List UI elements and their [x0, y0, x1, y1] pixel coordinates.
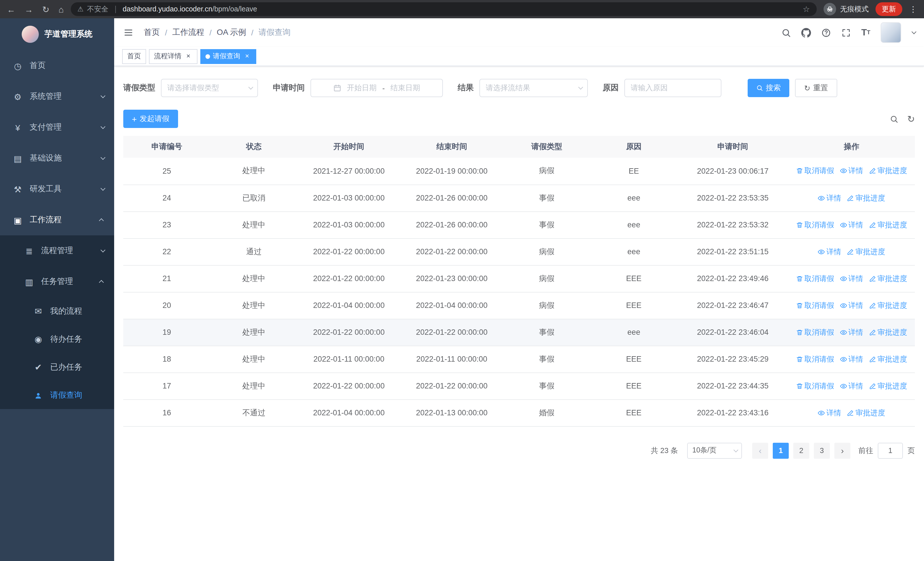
approval-progress-link[interactable]: 审批进度: [869, 354, 907, 364]
tag-process-detail[interactable]: 流程详情 ×: [149, 49, 198, 64]
approval-progress-link[interactable]: 审批进度: [869, 327, 907, 337]
reason-input[interactable]: 请输入原因: [624, 79, 722, 97]
sidebar-item-system-management[interactable]: ⚙ 系统管理: [0, 81, 114, 112]
address-bar[interactable]: ⚠ 不安全 dashboard.yudao.iocoder.cn/bpm/oa/…: [70, 2, 817, 16]
tag-home[interactable]: 首页: [122, 49, 146, 64]
tag-leave-query[interactable]: 请假查询 ×: [200, 49, 256, 64]
approval-progress-link[interactable]: 审批进度: [869, 220, 907, 230]
page-button-3[interactable]: 3: [814, 442, 830, 459]
page-button-2[interactable]: 2: [793, 442, 809, 459]
cancel-leave-link[interactable]: 取消请假: [796, 327, 834, 337]
close-icon[interactable]: ×: [243, 52, 251, 60]
page-size-select[interactable]: 10条/页: [687, 442, 742, 459]
detail-link[interactable]: 详情: [840, 327, 863, 337]
approval-progress-link[interactable]: 审批进度: [869, 381, 907, 391]
browser-menu-icon[interactable]: ⋮: [909, 5, 917, 14]
sidebar-item-done-tasks[interactable]: ✔ 已办任务: [0, 353, 114, 381]
sidebar-item-my-process[interactable]: ✉ 我的流程: [0, 297, 114, 325]
detail-link[interactable]: 详情: [818, 408, 841, 418]
edit-icon: [869, 221, 876, 228]
search-button[interactable]: 搜索: [748, 79, 789, 97]
close-icon[interactable]: ×: [184, 52, 192, 60]
approval-progress-link[interactable]: 审批进度: [847, 193, 885, 203]
filter-form: 请假类型 请选择请假类型 申请时间 开始日期 - 结束日期 结果: [123, 79, 915, 97]
home-icon[interactable]: ⌂: [58, 5, 64, 14]
next-page-button[interactable]: ›: [834, 442, 850, 459]
cancel-leave-link[interactable]: 取消请假: [796, 381, 834, 391]
chevron-down-icon: [578, 85, 583, 90]
col-apply-time: 申请时间: [678, 136, 788, 158]
cell-end-time: 2022-01-11 00:00:00: [400, 346, 503, 373]
detail-link[interactable]: 详情: [818, 193, 841, 203]
page-button-1[interactable]: 1: [773, 442, 789, 459]
detail-link[interactable]: 详情: [840, 381, 863, 391]
detail-link[interactable]: 详情: [840, 220, 863, 230]
approval-progress-link[interactable]: 审批进度: [847, 247, 885, 257]
hamburger-icon[interactable]: [123, 27, 134, 38]
cell-apply-time: 2022-01-22 23:44:35: [678, 373, 788, 399]
breadcrumb-oa-example[interactable]: OA 示例: [217, 27, 246, 38]
forward-icon[interactable]: →: [24, 5, 33, 14]
bookmark-star-icon[interactable]: ☆: [803, 5, 810, 14]
app-logo[interactable]: 芋道管理系统: [0, 18, 114, 50]
detail-link[interactable]: 详情: [818, 247, 841, 257]
cancel-leave-link[interactable]: 取消请假: [796, 273, 834, 284]
cell-leave-type: 事假: [503, 373, 590, 399]
button-label: 搜索: [766, 83, 781, 93]
sidebar-item-home[interactable]: ◷ 首页: [0, 50, 114, 81]
search-icon[interactable]: [782, 28, 791, 38]
cancel-leave-link[interactable]: 取消请假: [796, 220, 834, 230]
sidebar-item-leave-query[interactable]: 请假查询: [0, 381, 114, 409]
cancel-leave-link[interactable]: 取消请假: [796, 354, 834, 364]
approval-progress-link[interactable]: 审批进度: [869, 273, 907, 284]
sidebar-item-label: 研发工具: [30, 184, 62, 194]
goto-page-input[interactable]: 1: [878, 442, 903, 459]
update-button[interactable]: 更新: [876, 2, 902, 16]
sidebar-item-task-management[interactable]: ▥ 任务管理: [0, 266, 114, 297]
sidebar-item-dev-tools[interactable]: ⚒ 研发工具: [0, 174, 114, 205]
result-select[interactable]: 请选择流结果: [479, 79, 588, 97]
cell-start-time: 2022-01-11 00:00:00: [297, 346, 400, 373]
breadcrumb-workflow[interactable]: 工作流程: [172, 27, 204, 38]
leave-type-select[interactable]: 请选择请假类型: [161, 79, 258, 97]
cell-status: 处理中: [210, 265, 297, 292]
create-leave-button[interactable]: + 发起请假: [123, 110, 178, 128]
leave-table: 申请编号 状态 开始时间 结束时间 请假类型 原因 申请时间 操作 25处理中2…: [123, 136, 915, 426]
fullscreen-icon[interactable]: [841, 28, 851, 38]
user-avatar[interactable]: [880, 22, 901, 43]
sidebar-item-todo-tasks[interactable]: ◉ 待办任务: [0, 325, 114, 353]
breadcrumb-home[interactable]: 首页: [144, 27, 160, 38]
detail-link[interactable]: 详情: [840, 166, 863, 176]
github-icon[interactable]: [801, 28, 811, 38]
apply-time-range-picker[interactable]: 开始日期 - 结束日期: [310, 79, 443, 97]
avatar-caret-icon[interactable]: [912, 29, 916, 34]
cell-actions: 取消请假详情审批进度: [788, 211, 915, 238]
refresh-table-icon[interactable]: ↻: [907, 113, 915, 124]
chevron-down-icon: [734, 447, 738, 452]
detail-link[interactable]: 详情: [840, 273, 863, 284]
detail-link[interactable]: 详情: [840, 300, 863, 310]
detail-link[interactable]: 详情: [840, 354, 863, 364]
cell-status: 处理中: [210, 211, 297, 238]
reset-button[interactable]: ↻ 重置: [795, 79, 837, 97]
back-icon[interactable]: ←: [7, 5, 15, 14]
cancel-leave-link[interactable]: 取消请假: [796, 300, 834, 310]
incognito-label: 无痕模式: [840, 4, 868, 14]
chevron-up-icon: [99, 218, 104, 223]
reload-icon[interactable]: ↻: [42, 5, 50, 14]
sidebar-item-process-management[interactable]: ≣ 流程管理: [0, 235, 114, 266]
sidebar-item-workflow[interactable]: ▣ 工作流程: [0, 205, 114, 235]
sidebar-item-infrastructure[interactable]: ▤ 基础设施: [0, 143, 114, 174]
toggle-search-icon[interactable]: [890, 114, 898, 123]
sidebar-item-payment-management[interactable]: ¥ 支付管理: [0, 112, 114, 143]
font-size-icon[interactable]: TT: [861, 28, 870, 37]
cancel-leave-link[interactable]: 取消请假: [796, 166, 834, 176]
approval-progress-link[interactable]: 审批进度: [869, 300, 907, 310]
prev-page-button[interactable]: ‹: [752, 442, 768, 459]
navbar-actions: TT: [782, 22, 915, 43]
select-placeholder: 请选择请假类型: [167, 83, 219, 93]
approval-progress-link[interactable]: 审批进度: [847, 408, 885, 418]
help-icon[interactable]: [821, 28, 831, 38]
eye-icon: [840, 221, 847, 228]
approval-progress-link[interactable]: 审批进度: [869, 166, 907, 176]
